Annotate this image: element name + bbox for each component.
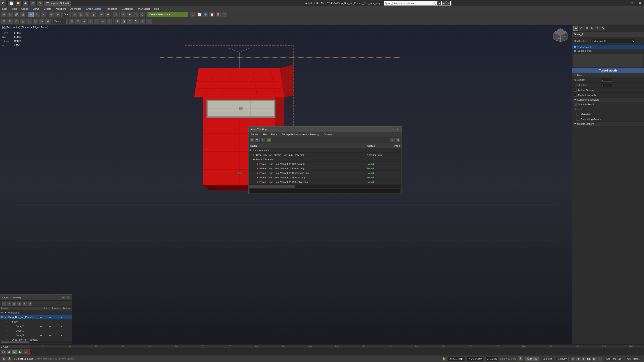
view-btn-10[interactable]: ⬡ <box>127 19 133 24</box>
asset-close-btn[interactable]: ✕ <box>396 127 400 131</box>
menu-create[interactable]: Create <box>42 6 54 11</box>
layer-mgr-btn[interactable]: 📋 <box>209 12 215 17</box>
maximize-btn[interactable]: □ <box>628 0 636 6</box>
menu-tools[interactable]: Tools <box>9 6 19 11</box>
auto-key-btn[interactable]: Auto Key <box>525 357 539 361</box>
curve-editor-btn[interactable]: 📈 <box>196 12 202 17</box>
asset-table-view-btn[interactable]: ⊞ <box>266 138 271 143</box>
layers-select-btn[interactable]: ⊞ <box>12 301 16 306</box>
sub-btn-8[interactable]: ⊗ <box>45 19 51 24</box>
asset-row-reflection[interactable]: ■ Parcel_Drop_Box_Variant_2_Reflection.p… <box>248 180 402 184</box>
link-btn[interactable]: 🔗 <box>14 12 20 17</box>
asset-menu-file[interactable]: File <box>260 132 269 137</box>
smoothing-groups-checkbox[interactable] <box>576 118 580 121</box>
layers-help-btn[interactable]: ? <box>61 296 65 300</box>
sub-btn-5[interactable]: □ <box>26 19 32 24</box>
explicit-normals-row[interactable]: Explicit Normals <box>572 93 644 98</box>
search-input[interactable] <box>385 2 432 5</box>
open-btn[interactable]: 📂 <box>15 0 21 6</box>
asset-row-normal[interactable]: ■ Parcel_Drop_Box_Variant_2_Normal.png F… <box>248 175 402 180</box>
status-icon-1[interactable]: ⊞ <box>2 357 6 361</box>
menu-views[interactable]: Views <box>30 6 42 11</box>
goto-end-btn[interactable]: ⏭ <box>24 350 28 355</box>
layers-close-btn[interactable]: ✕ <box>66 296 70 300</box>
view-btn-1[interactable]: ⊟ <box>68 19 74 24</box>
workspace-dropdown[interactable]: Workspace: Default ▾ <box>44 1 71 6</box>
explicit-normals-checkbox[interactable] <box>574 94 577 96</box>
asset-strip-btn[interactable]: ✂ <box>261 138 266 143</box>
status-icon-2[interactable]: 🔒 <box>7 357 12 361</box>
asset-row-maps[interactable]: ▶ Maps / Shaders <box>248 157 402 162</box>
asset-settings-btn[interactable]: ⚙ <box>396 138 401 143</box>
sub-btn-3[interactable]: ⬡ <box>14 19 20 24</box>
status-goto-end[interactable]: ⏭ <box>598 356 602 361</box>
material-editor-btn[interactable]: ⬡ <box>140 12 145 17</box>
lock-selection-btn[interactable]: 🔒 <box>442 357 446 361</box>
view-btn-13[interactable]: 🎥 <box>146 19 152 24</box>
prev-frame-btn[interactable]: ◀ <box>6 350 12 355</box>
sub-btn-4[interactable]: △ <box>20 19 26 24</box>
asset-row-diffuse[interactable]: ■ Parcel_Drop_Box_Variant_2_Diffuse.png … <box>248 162 402 166</box>
layer-row-dropbox[interactable]: ⊟ ▼ Drop_Box_for_Parcels_Red – – – <box>0 315 72 319</box>
schematic-view-btn[interactable]: 🔷 <box>203 12 208 17</box>
status-next-frame[interactable]: ▶ <box>592 356 597 361</box>
search-bar[interactable]: 🔍 ◀ ▶ ? <box>384 1 452 6</box>
layer-row-default[interactable]: ⊞ ▶ 0 (default) ✓ – – <box>0 310 72 315</box>
layer-row-body[interactable]: ▷ Body – – – <box>0 319 72 324</box>
view-btn-11[interactable]: 🔦 <box>134 19 139 24</box>
asset-row-frenel[interactable]: ■ Parcel_Drop_Box_Variant_2_Frenel.png F… <box>248 166 402 171</box>
materials-row[interactable]: Materials <box>572 112 644 117</box>
next-frame-btn[interactable]: ▶ <box>18 350 23 355</box>
view-btn-6[interactable]: ↩ <box>100 19 106 24</box>
update-options-section[interactable]: ▼ Update Options <box>572 122 644 126</box>
layer-row-door3[interactable]: ▷ Door_3 – – – <box>0 333 72 338</box>
timeline[interactable]: ⏮ ◀ ▶ ▶ ⏭ <box>0 349 644 355</box>
asset-menu-bitmap[interactable]: Bitmap Performance and Memory <box>280 132 321 137</box>
menu-edit[interactable]: Edit <box>0 6 9 11</box>
layers-inherit-btn[interactable]: ⇩ <box>22 301 27 306</box>
undo-scene-btn[interactable]: ↩ <box>98 12 104 17</box>
view-btn-5[interactable]: ↕ <box>94 19 100 24</box>
angle-snap-btn[interactable]: △ <box>78 12 84 17</box>
key-filters-btn[interactable]: Key Filters... <box>625 357 642 361</box>
status-prev-frame[interactable]: ◀ <box>576 356 581 361</box>
sub-btn-2[interactable]: ⊡ <box>7 19 13 24</box>
close-btn[interactable]: ✕ <box>636 0 644 6</box>
snap-toggle-btn[interactable]: ⊡ <box>72 12 78 17</box>
sub-btn-6[interactable]: ◯ <box>32 19 38 24</box>
render-frame-btn[interactable]: 📷 <box>133 12 139 17</box>
select-object-btn[interactable]: ⊞ <box>1 12 7 17</box>
view-btn-7[interactable]: ↻ <box>106 19 112 24</box>
smooth-result-row[interactable]: ✓ Smooth Result <box>572 102 644 107</box>
align-btn[interactable]: ⊟ <box>48 12 54 17</box>
timeline-track[interactable] <box>29 349 644 355</box>
save-btn[interactable]: 💾 <box>22 0 28 6</box>
editable-poly-entry[interactable]: Editable Poly <box>572 49 644 52</box>
selection-set-dropdown[interactable]: Create Selection ▾ <box>148 12 188 17</box>
undo-btn[interactable]: ↩ <box>30 0 36 6</box>
set-key-btn[interactable]: Set Key <box>556 357 568 361</box>
asset-help-btn[interactable]: ? <box>390 138 395 143</box>
layers-move-btn[interactable]: ↕ <box>17 301 22 306</box>
time-controls-btn[interactable]: ⏱ <box>190 12 196 17</box>
view-btn-3[interactable]: + <box>81 19 87 24</box>
asset-refresh-btn[interactable]: ↻ <box>250 138 254 143</box>
asset-menu-paths[interactable]: Paths <box>269 132 280 137</box>
view-btn-8[interactable]: ⊞ <box>114 19 120 24</box>
panel-create-icon[interactable]: ▶ <box>573 26 578 31</box>
next-search-btn[interactable]: ▶ <box>442 1 446 5</box>
asset-resolve-btn[interactable]: 🔍 <box>255 138 260 143</box>
mirror-btn[interactable]: ⊞ <box>55 12 60 17</box>
turbosmooth-entry[interactable]: TurboSmooth <box>572 45 644 49</box>
quick-render-btn[interactable]: ▶ <box>127 12 133 17</box>
sub-btn-7[interactable]: ⊕ <box>39 19 45 24</box>
menu-group[interactable]: Group <box>19 6 31 11</box>
viewport-label-dropdown[interactable]: View ▾ <box>53 19 66 24</box>
asset-menu-server[interactable]: Server <box>248 132 260 137</box>
menu-customize[interactable]: Customize <box>120 6 136 11</box>
view-btn-4[interactable]: ↔ <box>88 19 94 24</box>
prev-search-btn[interactable]: ◀ <box>437 1 441 5</box>
asset-tracking-tb-btn[interactable]: 📦 <box>215 12 221 17</box>
menu-modifiers[interactable]: Modifiers <box>54 6 68 11</box>
status-play-all[interactable]: ▶▶ <box>587 356 592 361</box>
